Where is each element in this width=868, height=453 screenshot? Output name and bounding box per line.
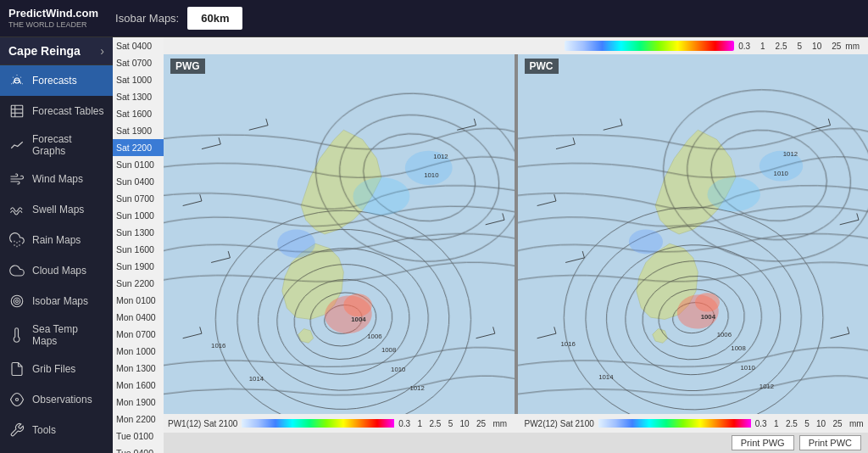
sidebar-item-label-cloud-maps: Cloud Maps xyxy=(32,265,86,277)
time-list-item[interactable]: Mon 0700 xyxy=(113,326,164,343)
time-list-item[interactable]: Mon 2200 xyxy=(113,411,164,428)
svg-point-11 xyxy=(14,298,20,305)
observations-icon xyxy=(8,391,25,408)
sidebar: Cape Reinga › ForecastsForecast TablesFo… xyxy=(0,37,113,453)
svg-text:1008: 1008 xyxy=(381,346,396,354)
svg-text:1010: 1010 xyxy=(424,171,439,179)
svg-point-87 xyxy=(707,177,760,211)
sidebar-item-isobar-maps[interactable]: Isobar Maps xyxy=(0,286,113,316)
bottom-scale-bar-right xyxy=(598,419,751,428)
time-list-item[interactable]: Mon 1900 xyxy=(113,394,164,411)
time-list-item[interactable]: Mon 1300 xyxy=(113,360,164,377)
svg-text:1012: 1012 xyxy=(433,153,448,160)
sidebar-item-sea-temp-maps[interactable]: Sea Temp Maps xyxy=(0,316,113,354)
svg-text:1006: 1006 xyxy=(716,331,731,338)
svg-text:1010: 1010 xyxy=(773,170,788,177)
sidebar-item-grib-files[interactable]: Grib Files xyxy=(0,354,113,384)
time-list-item[interactable]: Mon 0100 xyxy=(113,292,164,309)
scale-value: 25 xyxy=(832,42,841,51)
time-list-item[interactable]: Sun 0700 xyxy=(113,190,164,207)
svg-text:1016: 1016 xyxy=(211,342,225,350)
location-bar[interactable]: Cape Reinga › xyxy=(0,37,113,65)
print-bar: Print PWG Print PWC xyxy=(164,433,868,453)
bottom-scale-left: PW1(12) Sat 2100 0.3 1 2.5 5 10 25 mm xyxy=(168,419,508,428)
svg-point-45 xyxy=(277,229,315,257)
swell-maps-icon xyxy=(8,201,25,218)
pwc-map-panel: PWC xyxy=(518,54,869,414)
pw1-label: PW1(12) Sat 2100 xyxy=(168,419,237,428)
logo: PredictWind.com THE WORLD LEADER xyxy=(8,8,98,28)
bottom-scale-values-left: 0.3 1 2.5 5 10 25 mm xyxy=(398,419,507,428)
time-list-item[interactable]: Sun 1300 xyxy=(113,224,164,241)
sidebar-item-solutions[interactable]: Solutions xyxy=(0,445,113,453)
pwg-weather-map: 1004 1006 1008 1010 1012 1014 1016 1010 … xyxy=(164,54,515,414)
bottom-scale-right: PW2(12) Sat 2100 0.3 1 2.5 5 10 25 mm xyxy=(525,419,865,428)
scale-value: 1 xyxy=(760,42,765,51)
pwg-map-panel: PWG xyxy=(164,54,515,414)
svg-text:1012: 1012 xyxy=(782,151,797,159)
sidebar-item-rain-maps[interactable]: Rain Maps xyxy=(0,225,113,255)
forecasts-icon xyxy=(8,72,25,89)
nav-list: ForecastsForecast TablesForecast GraphsW… xyxy=(0,65,113,453)
sidebar-item-observations[interactable]: Observations xyxy=(0,384,113,415)
time-list-item[interactable]: Sun 1000 xyxy=(113,207,164,224)
grib-files-icon xyxy=(8,361,25,378)
sidebar-item-label-grib-files: Grib Files xyxy=(32,363,75,375)
print-pwg-button[interactable]: Print PWG xyxy=(732,435,794,450)
time-list-item[interactable]: Sun 2200 xyxy=(113,275,164,292)
time-list-item[interactable]: Sun 1900 xyxy=(113,258,164,275)
svg-text:1006: 1006 xyxy=(367,333,381,340)
sidebar-item-label-tools: Tools xyxy=(32,424,56,436)
sidebar-item-label-forecast-tables: Forecast Tables xyxy=(32,105,104,117)
pw2-label: PW2(12) Sat 2100 xyxy=(525,419,594,428)
print-pwc-button[interactable]: Print PWC xyxy=(799,435,861,450)
time-list-item[interactable]: Sat 1600 xyxy=(113,105,164,122)
svg-text:1010: 1010 xyxy=(391,366,406,373)
scale-bar xyxy=(565,41,734,51)
sidebar-item-cloud-maps[interactable]: Cloud Maps xyxy=(0,255,113,286)
pwg-label: PWG xyxy=(170,59,205,74)
time-list-item[interactable]: Sun 1600 xyxy=(113,241,164,258)
sidebar-item-label-forecast-graphs: Forecast Graphs xyxy=(32,133,104,157)
time-list-item[interactable]: Sun 0400 xyxy=(113,173,164,190)
sidebar-item-forecast-graphs[interactable]: Forecast Graphs xyxy=(0,126,113,164)
svg-rect-0 xyxy=(11,105,23,117)
sidebar-item-label-sea-temp-maps: Sea Temp Maps xyxy=(32,323,104,347)
time-list[interactable]: Sat 0400Sat 0700Sat 1000Sat 1300Sat 1600… xyxy=(113,37,164,453)
svg-point-10 xyxy=(11,295,23,307)
sidebar-item-swell-maps[interactable]: Swell Maps xyxy=(0,194,113,225)
bottom-scale: PW1(12) Sat 2100 0.3 1 2.5 5 10 25 mm PW… xyxy=(164,414,868,433)
scale-value: 0.3 xyxy=(738,42,750,51)
sidebar-item-label-wind-maps: Wind Maps xyxy=(32,173,83,185)
time-list-item[interactable]: Sat 0400 xyxy=(113,37,164,54)
sidebar-item-wind-maps[interactable]: Wind Maps xyxy=(0,164,113,194)
svg-text:1004: 1004 xyxy=(351,316,366,323)
time-list-item[interactable]: Sat 0700 xyxy=(113,54,164,71)
time-list-item[interactable]: Sat 1000 xyxy=(113,71,164,88)
sea-temp-maps-icon xyxy=(8,327,25,344)
sidebar-item-tools[interactable]: Tools xyxy=(0,415,113,445)
sidebar-item-label-rain-maps: Rain Maps xyxy=(32,234,81,246)
time-list-item[interactable]: Tue 0400 xyxy=(113,445,164,453)
svg-text:1012: 1012 xyxy=(409,384,424,392)
rain-maps-icon xyxy=(8,232,25,249)
time-list-item[interactable]: Mon 0400 xyxy=(113,309,164,326)
60km-tab[interactable]: 60km xyxy=(187,7,242,30)
sidebar-item-forecast-tables[interactable]: Forecast Tables xyxy=(0,96,113,126)
sidebar-item-forecasts[interactable]: Forecasts xyxy=(0,65,113,96)
svg-point-44 xyxy=(343,294,371,316)
sidebar-item-label-observations: Observations xyxy=(32,394,92,405)
time-list-item[interactable]: Mon 1600 xyxy=(113,377,164,394)
svg-point-13 xyxy=(16,399,19,401)
time-list-item[interactable]: Sun 0100 xyxy=(113,156,164,173)
time-list-item[interactable]: Mon 1000 xyxy=(113,343,164,360)
tools-icon xyxy=(8,422,25,439)
time-list-item[interactable]: Sat 2200 xyxy=(113,139,164,156)
time-list-item[interactable]: Sat 1900 xyxy=(113,122,164,139)
scale-unit: mm xyxy=(845,42,860,51)
content-area: Sat 0400Sat 0700Sat 1000Sat 1300Sat 1600… xyxy=(113,37,868,453)
logo-subtitle: THE WORLD LEADER xyxy=(8,20,98,29)
time-list-item[interactable]: Tue 0100 xyxy=(113,428,164,445)
svg-text:1010: 1010 xyxy=(740,364,755,372)
time-list-item[interactable]: Sat 1300 xyxy=(113,88,164,105)
